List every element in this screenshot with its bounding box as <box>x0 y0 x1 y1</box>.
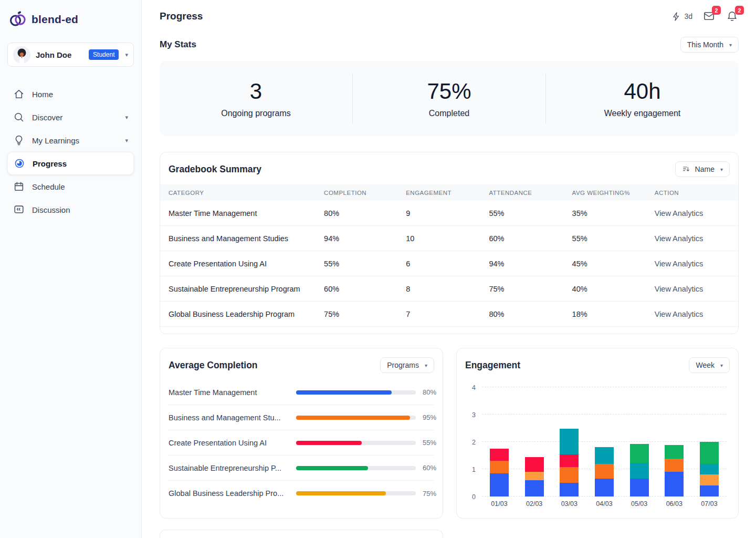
stat-weekly-engagement: 40h Weekly engagement <box>546 79 739 118</box>
stat-completed: 75% Completed <box>353 79 545 118</box>
engagement-period-value: Week <box>696 361 715 369</box>
bar-segment-series-blue <box>630 479 649 496</box>
column-header: COMPLETION <box>324 190 406 196</box>
x-tick-label: 02/03 <box>518 500 551 508</box>
column-header: ACTION <box>655 190 730 196</box>
program-label: Create Presentation Using AI <box>169 439 296 447</box>
sidebar-item-discussion[interactable]: Discussion <box>7 198 134 221</box>
completion-bar-fill <box>296 466 368 470</box>
progress-percent: 80% <box>423 388 436 396</box>
table-row: Sustainable Entrepreneurship Program 60%… <box>160 276 738 302</box>
view-analytics-link[interactable]: View Analytics <box>655 234 730 243</box>
y-tick-label: 3 <box>472 411 476 419</box>
progress-percent: 75% <box>423 490 436 498</box>
lightning-icon <box>671 12 681 22</box>
cell-avg-weighting: 55% <box>572 234 655 243</box>
cell-completion: 80% <box>324 209 406 218</box>
x-tick-label: 04/03 <box>588 500 621 508</box>
bar-segment-series-blue <box>595 479 614 496</box>
app-logo: blend-ed <box>8 9 134 29</box>
completion-bar-fill <box>296 441 362 445</box>
stat-ongoing-programs: 3 Ongoing programs <box>160 79 352 118</box>
view-analytics-link[interactable]: View Analytics <box>655 310 730 318</box>
sidebar: blend-ed John Doe Student ▾ Home Discove… <box>0 0 142 538</box>
profile-name: John Doe <box>36 50 71 59</box>
completion-filter-value: Programs <box>387 361 419 369</box>
bar-segment-series-light-orange <box>525 472 544 480</box>
blend-ed-logo-icon <box>8 9 28 29</box>
stat-label: Weekly engagement <box>546 109 739 118</box>
program-label: Business and Management Stu... <box>169 413 296 422</box>
cell-category: Global Business Leadership Program <box>169 310 324 318</box>
bar-segment-series-teal <box>595 447 614 463</box>
progress-track <box>296 491 416 495</box>
next-card-stub <box>160 530 443 538</box>
cell-category: Sustainable Entrepreneurship Program <box>169 285 324 293</box>
lightbulb-icon <box>13 134 25 146</box>
completion-list: Master Time Management 80% Business and … <box>169 380 434 506</box>
sidebar-item-discover[interactable]: Discover ▾ <box>7 106 134 129</box>
sidebar-item-progress[interactable]: Progress <box>7 152 134 175</box>
stats-period-value: This Month <box>687 40 723 49</box>
cell-engagement: 9 <box>406 209 489 218</box>
calendar-icon <box>13 181 25 192</box>
sidebar-item-label: My Learnings <box>32 136 79 145</box>
messages-button[interactable]: 2 <box>703 10 716 23</box>
cell-category: Create Presentation Using AI <box>169 260 324 268</box>
gradebook-sort-dropdown[interactable]: Name ▾ <box>675 161 730 177</box>
bar-segment-series-red <box>560 454 579 467</box>
bar-segment-series-teal <box>560 429 579 455</box>
my-stats-title: My Stats <box>160 39 196 50</box>
chevron-down-icon: ▾ <box>125 51 128 58</box>
x-tick-label: 07/03 <box>693 500 726 508</box>
completion-filter-dropdown[interactable]: Programs ▾ <box>380 357 434 373</box>
page-header: Progress 3d 2 2 <box>160 0 739 33</box>
chevron-down-icon: ▾ <box>720 167 723 172</box>
stat-value: 3 <box>160 79 352 104</box>
streak-indicator[interactable]: 3d <box>671 12 692 22</box>
sidebar-item-schedule[interactable]: Schedule <box>7 175 134 198</box>
my-stats-header: My Stats This Month ▾ <box>160 37 739 53</box>
engagement-x-labels: 01/0302/0303/0304/0305/0306/0307/03 <box>482 500 727 508</box>
progress-track <box>296 441 416 445</box>
column-header: ENGAGEMENT <box>406 190 489 196</box>
sidebar-item-my-learnings[interactable]: My Learnings ▾ <box>7 129 134 152</box>
view-analytics-link[interactable]: View Analytics <box>655 260 730 268</box>
stats-period-dropdown[interactable]: This Month ▾ <box>680 37 739 53</box>
cell-completion: 60% <box>324 285 406 293</box>
x-tick-label: 03/03 <box>553 500 585 508</box>
cell-completion: 94% <box>324 234 406 243</box>
cell-avg-weighting: 35% <box>572 209 655 218</box>
table-row: Global Business Leadership Program 75% 7… <box>160 302 738 327</box>
bar-segment-series-blue <box>560 483 579 496</box>
logo-text: blend-ed <box>32 13 78 26</box>
cell-attendance: 55% <box>489 209 572 218</box>
stacked-bar <box>630 444 649 496</box>
notifications-count-badge: 2 <box>735 6 744 15</box>
progress-percent: 55% <box>423 439 436 447</box>
profile-card[interactable]: John Doe Student ▾ <box>7 43 134 67</box>
cell-completion: 75% <box>324 310 406 318</box>
cell-attendance: 94% <box>489 260 572 268</box>
table-row: Master Time Management 80% 9 55% 35% Vie… <box>160 201 738 226</box>
sort-icon <box>682 165 690 173</box>
view-analytics-link[interactable]: View Analytics <box>655 209 730 218</box>
bar-segment-series-teal <box>700 464 719 475</box>
bar-segment-series-red <box>525 457 544 472</box>
progress-icon <box>14 158 25 169</box>
gradebook-header-row: CATEGORY COMPLETION ENGAGEMENT ATTENDANC… <box>160 184 738 201</box>
cell-category: Master Time Management <box>169 209 324 218</box>
column-header: AVG WEIGHTING% <box>572 190 655 196</box>
engagement-bars <box>482 387 727 496</box>
chevron-down-icon: ▾ <box>125 114 128 121</box>
engagement-period-dropdown[interactable]: Week ▾ <box>689 357 730 373</box>
view-analytics-link[interactable]: View Analytics <box>655 285 730 293</box>
progress-track <box>296 466 416 470</box>
bar-segment-series-green <box>700 442 719 464</box>
program-label: Master Time Management <box>169 388 296 397</box>
sidebar-item-home[interactable]: Home <box>7 82 134 106</box>
notifications-button[interactable]: 2 <box>726 10 739 23</box>
average-completion-card: Average Completion Programs ▾ Master Tim… <box>160 348 443 519</box>
completion-bar-fill <box>296 390 392 395</box>
chevron-down-icon: ▾ <box>729 42 732 48</box>
